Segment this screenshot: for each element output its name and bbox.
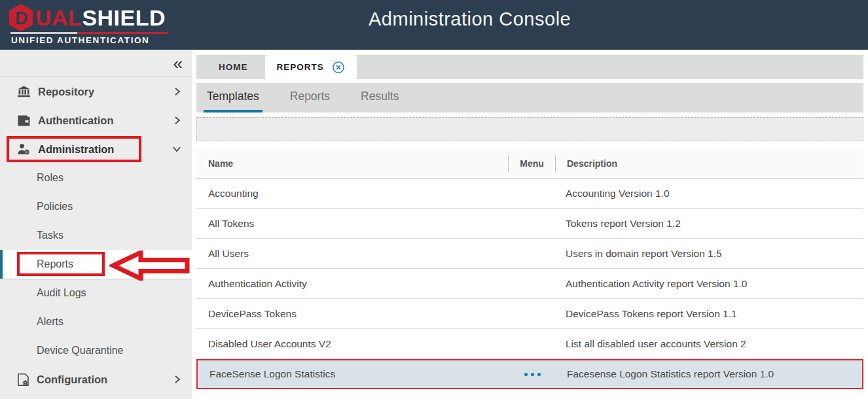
empty-toolbar-dropzone — [196, 117, 863, 141]
sidebar-item-tasks[interactable]: Tasks — [0, 221, 192, 250]
chevron-right-icon — [173, 116, 181, 125]
sidebar-collapse-button[interactable]: « — [173, 54, 183, 73]
sidebar-item-audit-logs[interactable]: Audit Logs — [0, 279, 192, 307]
sidebar-item-repository[interactable]: Repository — [0, 77, 192, 106]
table-row[interactable]: Authentication Activity Authentication A… — [196, 269, 863, 299]
chevron-down-icon — [172, 145, 181, 153]
brand-wordmark: UALSHIELD — [35, 5, 166, 31]
sidebar-item-reports[interactable]: Reports — [0, 250, 192, 279]
tab-home[interactable]: HOME — [202, 55, 265, 79]
sidebar-item-roles[interactable]: Roles — [0, 164, 192, 192]
sidebar-item-label: Repository — [38, 86, 94, 98]
subtab-results[interactable]: Results — [357, 83, 402, 113]
table-row[interactable]: DevicePass Tokens DevicePass Tokens repo… — [196, 299, 863, 329]
subtab-bar: Templates Reports Results — [196, 83, 863, 113]
svg-text:D: D — [15, 9, 28, 28]
sidebar-item-label: Administration — [38, 143, 114, 156]
report-templates-table: Name Menu Description Accounting Account… — [196, 149, 863, 389]
table-row-selected[interactable]: FaceSense Logon Statistics Facesense Log… — [196, 359, 863, 389]
subtab-reports[interactable]: Reports — [287, 83, 333, 113]
close-tab-icon[interactable] — [332, 61, 345, 74]
sidebar-nav: Repository Authentication Administration — [0, 77, 192, 394]
sidebar-item-device-quarantine[interactable]: Device Quarantine — [0, 336, 192, 365]
main-content: HOME REPORTS Templates Reports Results N… — [192, 50, 868, 399]
chevron-right-icon — [173, 375, 181, 384]
app-header: D UALSHIELD UNIFIED AUTHENTICATION Admin… — [0, 0, 868, 50]
sidebar-item-label: Configuration — [37, 373, 107, 386]
column-header-name[interactable]: Name — [196, 158, 508, 169]
logo-tagline: UNIFIED AUTHENTICATION — [11, 35, 168, 45]
sidebar-item-administration[interactable]: Administration — [0, 135, 192, 164]
page-title: Administration Console — [369, 9, 571, 30]
tab-bar: HOME REPORTS — [196, 55, 863, 79]
logo-underline — [10, 32, 168, 34]
ellipsis-menu-icon[interactable] — [524, 373, 541, 376]
chevron-right-icon — [173, 87, 181, 96]
annotation-arrow-left-icon — [109, 251, 192, 281]
sidebar: « Repository Authentication — [0, 50, 192, 399]
user-gear-icon — [18, 143, 30, 155]
column-header-description[interactable]: Description — [556, 158, 863, 169]
table-row[interactable]: All Users Users in domain report Version… — [196, 239, 863, 269]
wallet-icon — [18, 115, 30, 126]
sidebar-item-policies[interactable]: Policies — [0, 192, 192, 221]
subtab-templates[interactable]: Templates — [204, 83, 262, 113]
column-header-menu[interactable]: Menu — [509, 158, 555, 169]
sidebar-item-authentication[interactable]: Authentication — [0, 106, 192, 135]
tab-reports[interactable]: REPORTS — [265, 55, 357, 79]
dualshield-logo: D UALSHIELD UNIFIED AUTHENTICATION — [8, 3, 168, 45]
file-gear-icon — [18, 373, 29, 386]
bank-icon — [18, 86, 30, 97]
table-row[interactable]: Disabled User Accounts V2 List all disab… — [196, 329, 863, 359]
table-header-row: Name Menu Description — [196, 149, 863, 179]
sidebar-item-alerts[interactable]: Alerts — [0, 307, 192, 336]
sidebar-item-configuration[interactable]: Configuration — [0, 365, 192, 394]
shield-logo-icon: D — [8, 3, 34, 32]
table-row[interactable]: Accounting Accounting Version 1.0 — [196, 179, 863, 209]
sidebar-item-label: Authentication — [38, 114, 114, 127]
table-row[interactable]: All Tokens Tokens report Version 1.2 — [196, 209, 863, 239]
